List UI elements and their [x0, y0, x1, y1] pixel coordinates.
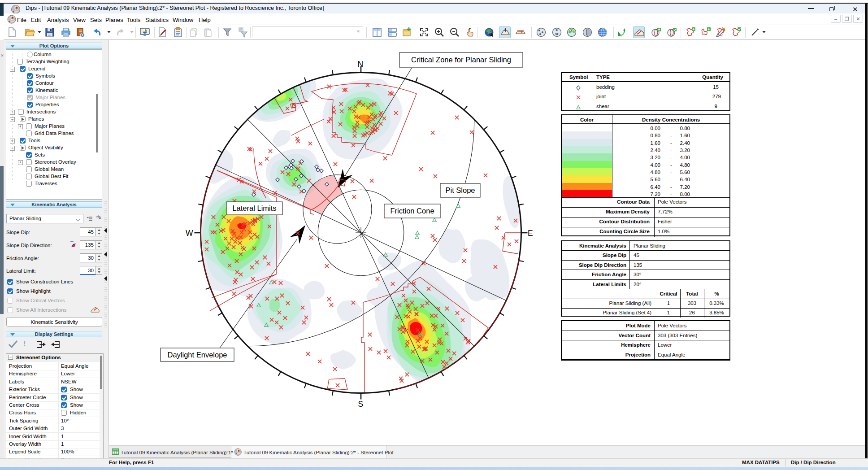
svg-text:Daylight Envelope: Daylight Envelope	[168, 351, 227, 359]
svg-text:Friction Cone: Friction Cone	[390, 207, 434, 215]
svg-text:N: N	[358, 60, 364, 69]
svg-text:W: W	[186, 229, 193, 238]
svg-text:Lateral Limits: Lateral Limits	[232, 204, 276, 212]
svg-text:S: S	[358, 400, 364, 409]
svg-text:Critical Zone for Planar Slidi: Critical Zone for Planar Sliding	[411, 56, 511, 64]
svg-text:E: E	[528, 229, 533, 238]
svg-text:Pit Slope: Pit Slope	[445, 186, 475, 194]
